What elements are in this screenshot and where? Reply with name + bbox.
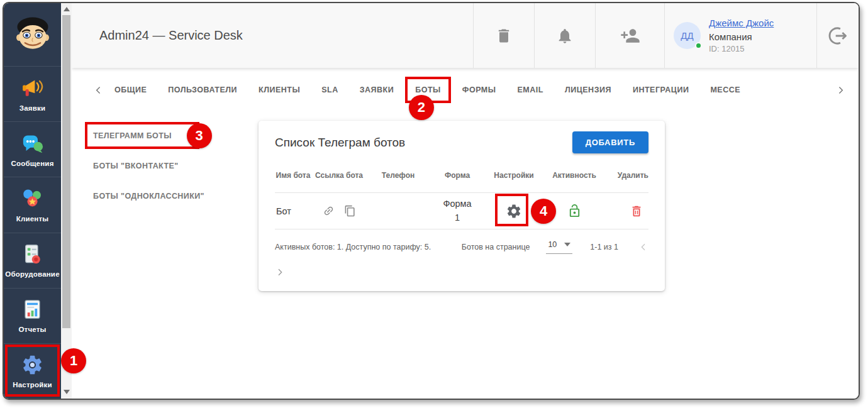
sidebar: Заявки Сообщения Клиенты: [4, 3, 61, 399]
sidebar-item-label: Настройки: [13, 381, 52, 389]
scroll-down-arrow-icon[interactable]: [64, 390, 70, 394]
user-avatar: ДД: [674, 22, 701, 49]
next-page-button[interactable]: [275, 267, 285, 277]
tab-integratsii[interactable]: ИНТЕГРАЦИИ: [633, 85, 689, 94]
column-header: Телефон: [367, 170, 430, 181]
per-page-label: Ботов на странице: [462, 243, 530, 251]
trash-outline-icon: [630, 204, 643, 218]
add-user-button[interactable]: [595, 3, 664, 68]
tab-litsenziya[interactable]: ЛИЦЕНЗИЯ: [565, 85, 611, 94]
settings-tabbar: ОБЩИЕ ПОЛЬЗОВАТЕЛИ КЛИЕНТЫ SLA ЗАЯВКИ БО…: [72, 68, 859, 112]
column-header: Имя бота: [275, 170, 311, 181]
logout-icon: [826, 25, 849, 47]
bot-delete-button[interactable]: [606, 193, 648, 229]
tab-polzovateli[interactable]: ПОЛЬЗОВАТЕЛИ: [168, 85, 237, 94]
tab-email[interactable]: EMAIL: [517, 85, 543, 94]
per-page-select[interactable]: 10: [546, 240, 572, 254]
cartoon-avatar-image: [11, 13, 54, 56]
scroll-up-arrow-icon[interactable]: [64, 7, 70, 11]
main-area: Admin24 — Service Desk ДД Джеймс Джойс К…: [72, 3, 859, 399]
sidebar-item-otchety[interactable]: Отчеты: [4, 289, 61, 344]
bots-submenu: ТЕЛЕГРАММ БОТЫ 3 БОТЫ "ВКОНТАКТЕ" БОТЫ "…: [93, 121, 259, 220]
submenu-vkontakte-bots[interactable]: БОТЫ "ВКОНТАКТЕ": [93, 162, 179, 170]
lock-open-icon: [567, 204, 582, 218]
app-title: Admin24 — Service Desk: [72, 3, 473, 68]
copy-link-icon[interactable]: [344, 205, 356, 217]
tab-klienty[interactable]: КЛИЕНТЫ: [259, 85, 300, 94]
table-row: Бот Форма 1 4: [275, 193, 648, 229]
sidebar-item-label: Отчеты: [18, 326, 46, 333]
annotation-badge-4: 4: [531, 199, 556, 224]
annotation-badge-2: 2: [409, 95, 434, 120]
settings-content: ТЕЛЕГРАММ БОТЫ 3 БОТЫ "ВКОНТАКТЕ" БОТЫ "…: [72, 112, 859, 291]
sidebar-avatar[interactable]: [4, 3, 61, 67]
trash-button[interactable]: [473, 3, 534, 68]
user-initials: ДД: [681, 30, 693, 41]
chat-icon: [21, 132, 44, 155]
logout-button[interactable]: [816, 3, 859, 68]
annotation-badge-1: 1: [61, 348, 86, 373]
app-window: Заявки Сообщения Клиенты: [3, 2, 860, 400]
page-scrollbar[interactable]: [61, 3, 72, 399]
tab-zayavki[interactable]: ЗАЯВКИ: [360, 85, 394, 94]
sidebar-item-soobshcheniya[interactable]: Сообщения: [4, 122, 61, 177]
scrollbar-thumb[interactable]: [62, 15, 70, 328]
user-id: ID: 12015: [709, 43, 774, 55]
notifications-button[interactable]: [534, 3, 595, 68]
pagination-range: 1-1 из 1: [590, 243, 618, 251]
reports-icon: [21, 298, 44, 321]
per-page-value: 10: [548, 240, 557, 249]
sidebar-item-label: Сообщения: [11, 160, 53, 167]
online-status-dot: [695, 42, 702, 49]
user-name-link[interactable]: Джеймс Джойс: [709, 16, 774, 30]
table-footer: Активных ботов: 1. Доступно по тарифу: 5…: [275, 240, 648, 254]
person-add-icon: [620, 26, 640, 46]
bot-link-icon[interactable]: [320, 202, 337, 219]
tab-messendzhery[interactable]: МЕССЕ: [710, 85, 740, 94]
table-header: Имя бота Ссылка бота Телефон Форма Настр…: [275, 158, 648, 193]
annotation-badge-3: 3: [187, 123, 212, 148]
bots-summary: Активных ботов: 1. Доступно по тарифу: 5…: [275, 243, 431, 251]
sidebar-item-nastroyki[interactable]: Настройки 1: [4, 344, 61, 399]
gear-icon: [506, 203, 522, 219]
submenu-telegram-bots[interactable]: ТЕЛЕГРАММ БОТЫ 3: [93, 131, 172, 140]
sidebar-item-klienty[interactable]: Клиенты: [4, 177, 61, 233]
tab-sla[interactable]: SLA: [321, 85, 338, 94]
telegram-bots-card: Список Телеграм ботов ДОБАВИТЬ Имя бота …: [259, 121, 665, 291]
tab-boty[interactable]: БОТЫ 2: [415, 85, 441, 94]
prev-page-button[interactable]: [638, 242, 648, 252]
bot-form-value: Форма 1: [442, 197, 473, 224]
clients-icon: [21, 187, 44, 211]
user-company: Компания: [709, 30, 774, 43]
add-bot-button[interactable]: ДОБАВИТЬ: [572, 131, 648, 153]
sidebar-item-label: Клиенты: [16, 215, 49, 223]
bot-name-cell: Бот: [275, 193, 311, 229]
chevron-down-icon: [564, 243, 570, 246]
settings-gear-icon: [21, 353, 44, 377]
tab-formy[interactable]: ФОРМЫ: [462, 85, 496, 94]
bot-form-cell: Форма 1: [430, 193, 485, 229]
trash-icon: [495, 27, 513, 45]
bot-link-cell: [311, 193, 367, 229]
column-header: Настройки: [485, 170, 543, 181]
submenu-label: ТЕЛЕГРАММ БОТЫ: [93, 131, 172, 140]
column-header: Активность: [543, 170, 606, 181]
submenu-odnoklassniki-bots[interactable]: БОТЫ "ОДНОКЛАССНИКИ": [93, 192, 204, 201]
sidebar-item-label: Оборудование: [5, 270, 60, 278]
column-header: Форма: [430, 170, 485, 181]
tabs-scroll-right-icon[interactable]: [835, 85, 846, 96]
card-title: Список Телеграм ботов: [275, 136, 405, 150]
tab-label: БОТЫ: [415, 85, 441, 94]
bell-icon: [556, 27, 574, 45]
tab-obshchie[interactable]: ОБЩИЕ: [114, 85, 147, 94]
user-menu[interactable]: ДД Джеймс Джойс Компания ID: 12015: [664, 3, 816, 68]
bot-settings-button[interactable]: 4: [485, 193, 543, 229]
tabs-scroll-left-icon[interactable]: [93, 85, 104, 96]
column-header: Ссылка бота: [311, 170, 367, 181]
sidebar-item-zayavki[interactable]: Заявки: [4, 67, 61, 122]
sidebar-item-label: Заявки: [19, 104, 45, 112]
column-header: Удалить: [606, 170, 648, 181]
megaphone-icon: [21, 77, 44, 100]
top-header: Admin24 — Service Desk ДД Джеймс Джойс К…: [72, 3, 859, 68]
sidebar-item-oborudovanie[interactable]: Оборудование: [4, 233, 61, 289]
